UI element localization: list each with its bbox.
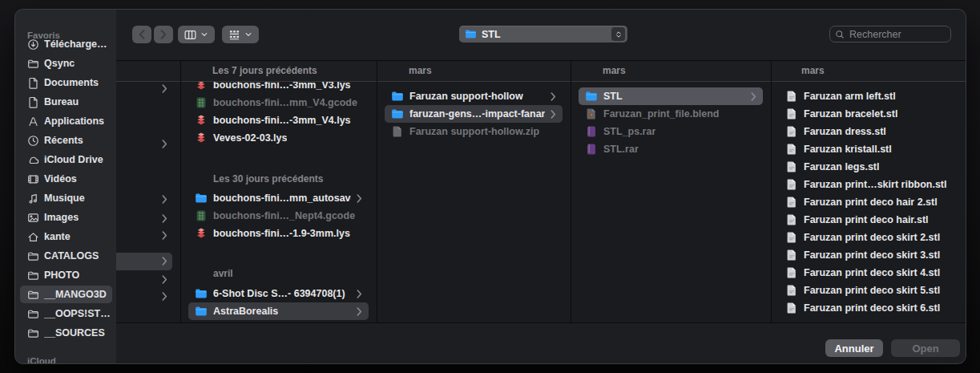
chevron-down-icon [244, 31, 252, 38]
folder-row-faruzan-fanart[interactable]: faruzan-gens…-impact-fanart [385, 105, 563, 123]
sidebar-item-label: kante [44, 231, 71, 242]
file-row[interactable]: bouchons-fini…-3mm_V4.lys [188, 111, 369, 129]
chevron-right-icon [162, 84, 167, 93]
cancel-button[interactable]: Annuler [825, 339, 883, 357]
file-row[interactable]: Faruzan bracelet.stl [779, 105, 958, 123]
sidebar-item-documents[interactable]: Documents [20, 74, 112, 91]
group-header-mars: mars [801, 61, 825, 81]
group-header-avril: avril [213, 268, 233, 279]
column-divider [180, 61, 181, 322]
file-row[interactable]: STL.rar [579, 140, 763, 158]
column-view-icon [184, 29, 196, 41]
folder-icon [27, 308, 39, 320]
dialog-footer: Annuler Open [116, 323, 966, 363]
folder-icon [27, 289, 39, 301]
sidebar-item-label: Qsync [44, 58, 75, 69]
sidebar-item-telechargements[interactable]: Télécharge… [20, 35, 112, 53]
sidebar-item-label: __OOPS!ST… [44, 308, 111, 319]
chevron-right-icon [751, 92, 756, 101]
chevron-right-icon [162, 140, 167, 148]
file-row[interactable]: Faruzan print deco skirt 6.stl [779, 299, 958, 317]
sidebar-item-applications[interactable]: Applications [20, 112, 112, 130]
file-row[interactable]: bouchons-fini…-1.9-3mm.lys [188, 225, 369, 242]
file-row[interactable]: bouchons-fini…mm_V4.gcode [188, 94, 369, 111]
sidebar-section-icloud: iCloud [27, 356, 56, 363]
file-row[interactable]: Faruzan arm left.stl [779, 87, 958, 105]
gcode-file-icon [195, 96, 208, 109]
screen-background: Favoris Télécharge… Qsync Documents Bure… [0, 0, 980, 373]
document-icon [27, 77, 39, 89]
search-input[interactable] [848, 28, 946, 41]
column-parent-partial[interactable] [116, 61, 180, 322]
sidebar-item-icloud-drive[interactable]: iCloud Drive [20, 151, 112, 168]
file-row[interactable]: STL_ps.rar [579, 123, 763, 140]
folder-row-astraborealis[interactable]: AstraBorealis [188, 302, 369, 320]
stl-file-icon [785, 125, 798, 138]
current-folder-popup[interactable]: STL [459, 26, 627, 43]
file-row[interactable]: Faruzan dress.stl [779, 123, 958, 140]
sidebar-item-label: Télécharge… [44, 39, 107, 50]
forward-button[interactable] [154, 26, 173, 43]
folder-icon [27, 250, 39, 262]
chevron-right-icon [357, 290, 362, 298]
stl-file-icon [785, 160, 798, 173]
chevron-right-icon [357, 307, 362, 316]
stl-file-icon [785, 266, 798, 279]
folder-icon [195, 305, 208, 318]
folder-icon [585, 90, 598, 103]
chevron-left-icon [138, 29, 146, 40]
chevron-right-icon [162, 275, 167, 284]
view-mode-button[interactable] [178, 26, 215, 43]
zip-file-icon [391, 125, 404, 138]
file-row[interactable]: Faruzan print deco hair 2.stl [779, 193, 958, 211]
open-button[interactable]: Open [891, 339, 960, 357]
stl-file-icon [785, 196, 798, 209]
photo-icon [27, 212, 39, 224]
music-note-icon [27, 193, 39, 205]
group-sort-button[interactable] [222, 26, 259, 43]
sidebar-item-mango3d[interactable]: __MANGO3D [20, 286, 112, 303]
cloud-icon [27, 154, 39, 166]
stl-file-icon [785, 302, 798, 314]
file-row[interactable]: Faruzan_print_file.blend [579, 105, 763, 123]
file-row[interactable]: bouchons-fini…_Nept4.gcode [188, 207, 369, 225]
home-icon [27, 231, 39, 243]
sidebar-item-catalogs[interactable]: CATALOGS [20, 247, 112, 265]
file-row[interactable]: Faruzan support-hollow.zip [385, 123, 563, 140]
search-field[interactable] [829, 26, 951, 43]
folder-row[interactable]: Faruzan support-hollow [385, 87, 563, 105]
folder-row[interactable]: bouchons-fini…mm_autosave [188, 189, 369, 207]
sidebar-item-recents[interactable]: Récents [20, 132, 112, 149]
file-row[interactable]: Faruzan print deco skirt 4.stl [779, 264, 958, 282]
sidebar-item-label: Récents [44, 135, 83, 146]
file-row[interactable]: Faruzan legs.stl [779, 158, 958, 176]
chevron-right-icon [162, 231, 167, 240]
sidebar-item-sources[interactable]: __SOURCES [20, 324, 112, 342]
sidebar-item-musique[interactable]: Musique [20, 189, 112, 207]
current-folder-label: STL [482, 29, 607, 40]
file-row[interactable]: Faruzan print…skirt ribbon.stl [779, 176, 958, 193]
folder-row-stl-selected[interactable]: STL [579, 87, 763, 105]
folder-row[interactable]: 6-Shot Disc S…- 6394708(1) [188, 285, 369, 302]
file-row[interactable]: Veves-02-03.lys [188, 129, 369, 147]
sidebar-item-videos[interactable]: Vidéos [20, 170, 112, 188]
sidebar-item-bureau[interactable]: Bureau [20, 93, 112, 111]
sidebar-item-images[interactable]: Images [20, 209, 112, 226]
file-row[interactable]: Faruzan print deco skirt 5.stl [779, 282, 958, 299]
film-icon [27, 173, 39, 185]
sidebar-item-photo[interactable]: PHOTO [20, 266, 112, 284]
back-button[interactable] [132, 26, 151, 43]
sidebar-item-home-kante[interactable]: kante [20, 228, 112, 245]
chevron-right-icon [550, 92, 556, 101]
stl-file-icon [785, 213, 798, 226]
column-divider [771, 61, 772, 322]
file-row[interactable]: Faruzan print deco skirt 3.stl [779, 246, 958, 264]
sidebar-item-label: CATALOGS [44, 250, 99, 262]
stl-file-icon [785, 249, 798, 262]
sidebar-item-oopsist[interactable]: __OOPS!ST… [20, 305, 112, 322]
sidebar-item-qsync[interactable]: Qsync [20, 55, 112, 72]
file-row[interactable]: Faruzan print deco hair.stl [779, 211, 958, 229]
chevron-right-icon [162, 195, 167, 204]
file-row[interactable]: Faruzan print deco skirt 2.stl [779, 229, 958, 246]
file-row[interactable]: Faruzan kristall.stl [779, 140, 958, 158]
